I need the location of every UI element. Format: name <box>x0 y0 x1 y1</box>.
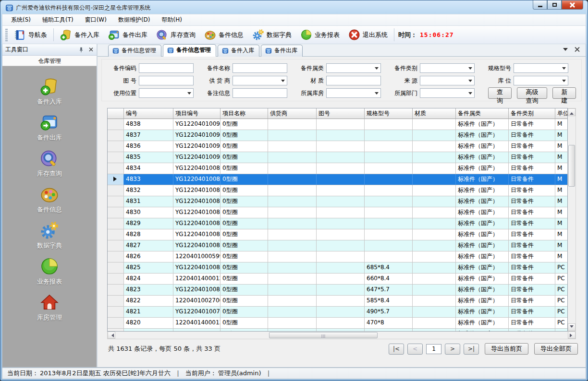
vertical-scrollbar[interactable] <box>568 108 576 332</box>
table-row[interactable]: 4828YG122040100830型圈标准件（国产）日常备件M <box>108 229 567 240</box>
table-row[interactable]: 4821YG122040100790型圈490*5.7标准件（国产）日常备件PC <box>108 307 567 318</box>
search-select-r1c5[interactable] <box>514 63 568 73</box>
pin-icon[interactable] <box>78 47 85 53</box>
advanced-query-button[interactable]: 高级查询 <box>517 87 548 99</box>
toolbar-exit-button[interactable]: 退出系统 <box>344 27 392 43</box>
column-header-6[interactable]: 规格型号 <box>365 108 413 119</box>
search-field-r3c2[interactable] <box>233 88 287 98</box>
search-select-r2c2[interactable] <box>233 76 287 85</box>
search-field-r1c2[interactable] <box>233 63 287 73</box>
table-row[interactable]: 4823YG122040100800型圈647*5.7标准件（国产）日常备件PC <box>108 285 567 296</box>
search-select-r1c4[interactable] <box>420 63 475 73</box>
column-header-9[interactable]: 备件类别 <box>509 108 555 119</box>
scroll-down-button[interactable] <box>568 323 576 331</box>
tab-4[interactable]: 备件出库 <box>261 45 303 57</box>
sidebar-item-parts-out[interactable]: 备件出库 <box>37 113 62 142</box>
table-row[interactable]: 482412204014000120型圈660*8.4标准件（国产）日常备件PC <box>108 274 567 285</box>
minimize-button[interactable] <box>533 0 547 10</box>
table-row[interactable]: 4836YG122040100910型圈标准件（国产）日常备件M <box>108 141 567 152</box>
column-header-5[interactable]: 图号 <box>317 108 365 119</box>
vertical-scroll-track[interactable] <box>568 116 576 323</box>
first-page-button[interactable]: |< <box>389 344 404 355</box>
search-select-r2c5[interactable] <box>514 76 568 85</box>
column-header-8[interactable]: 备件属类 <box>456 108 509 119</box>
column-header-4[interactable]: 供货商 <box>268 108 317 119</box>
menu-item-3[interactable]: 窗口(W) <box>79 14 112 26</box>
horizontal-scroll-thumb[interactable] <box>269 332 378 338</box>
table-row[interactable]: 482612204010005990型圈标准件（国产）日常备件M <box>108 251 567 262</box>
column-header-1[interactable]: 编号 <box>124 108 173 119</box>
table-row[interactable]: 482012204014000130型圈470*8标准件（国产）日常备件PC <box>108 318 567 329</box>
search-select-r3c3[interactable] <box>326 88 381 98</box>
tab-2[interactable]: 备件信息管理 <box>163 44 216 57</box>
tab-1[interactable]: 备件信息管理 <box>108 45 161 57</box>
table-row[interactable]: 4825YG122040100810型圈685*8.4标准件（国产）日常备件PC <box>108 262 567 274</box>
cell <box>413 296 456 307</box>
page-number-input[interactable] <box>426 344 441 354</box>
sidebar-item-parts-info[interactable]: 备件信息 <box>37 185 62 214</box>
scroll-right-button[interactable] <box>568 332 576 339</box>
menu-item-2[interactable]: 辅助工具(T) <box>37 14 79 26</box>
search-select-r2c4[interactable] <box>420 76 475 85</box>
next-page-button[interactable]: > <box>445 344 460 355</box>
close-button[interactable] <box>562 0 583 10</box>
scroll-up-button[interactable] <box>568 108 576 116</box>
column-header-10[interactable]: 单位 <box>555 108 568 119</box>
column-header-7[interactable]: 材质 <box>413 108 456 119</box>
toolbar-book-button[interactable]: 导航条 <box>10 27 51 43</box>
horizontal-scrollbar[interactable] <box>107 332 576 339</box>
sidebar-item-data-dict[interactable]: 数据字典 <box>37 221 62 250</box>
scroll-left-button[interactable] <box>108 332 115 339</box>
sidebar-item-report[interactable]: 业务报表 <box>37 257 62 286</box>
toolbar-report-button[interactable]: 业务报表 <box>296 27 344 43</box>
table-row[interactable]: 4833YG122040100880型圈标准件（国产）日常备件M <box>108 174 567 185</box>
last-page-button[interactable]: >| <box>464 344 479 355</box>
horizontal-scroll-track[interactable] <box>115 332 568 339</box>
export-all-pages-button[interactable]: 导出全部页 <box>534 343 578 355</box>
cell: YG12204010080 <box>173 285 220 296</box>
table-row[interactable]: 4831YG122040100860型圈标准件（国产）日常备件M <box>108 196 567 207</box>
menu-item-4[interactable]: 数据维护(D) <box>112 14 156 26</box>
search-select-r3c1[interactable] <box>139 88 194 98</box>
cell <box>413 285 456 296</box>
search-select-r1c3[interactable] <box>326 63 381 73</box>
toolbar-data-dict-button[interactable]: 数据字典 <box>248 27 296 43</box>
new-button[interactable]: 新建 <box>552 87 576 99</box>
table-row[interactable]: 4835YG122040100900型圈标准件（国产）日常备件M <box>108 152 567 163</box>
maximize-button[interactable] <box>547 0 562 10</box>
search-field-r2c1[interactable] <box>139 76 194 85</box>
sidebar-close-icon[interactable] <box>89 48 93 52</box>
table-row[interactable]: 4829YG122040100840型圈标准件（国产）日常备件M <box>108 218 567 229</box>
table-row[interactable]: 4832YG122040100870型圈标准件（国产）日常备件M <box>108 185 567 196</box>
search-field-r2c3[interactable] <box>326 76 381 85</box>
table-row[interactable]: 4838YG122040100930型圈标准件（国产）日常备件M <box>108 119 567 130</box>
sidebar-item-house[interactable]: 库房管理 <box>37 293 62 322</box>
table-row[interactable]: 4830YG122040100850型圈标准件（国产）日常备件M <box>108 207 567 218</box>
table-row[interactable]: 4827YG122040100820型圈标准件（国产）日常备件M <box>108 240 567 251</box>
toolbar-parts-out-button[interactable]: 备件出库 <box>104 27 152 43</box>
data-dict-icon <box>252 29 264 41</box>
table-row[interactable]: 4837YG122040100920型圈标准件（国产）日常备件M <box>108 130 567 141</box>
export-current-page-button[interactable]: 导出当前页 <box>485 343 528 355</box>
table-row[interactable]: 482212204010027000型圈585*8.4标准件（国产）日常备件PC <box>108 296 567 307</box>
sidebar-item-stock-query[interactable]: 库存查询 <box>37 149 62 178</box>
column-header-3[interactable]: 项目名称 <box>220 108 268 119</box>
tab-3[interactable]: 备件入库 <box>218 45 259 57</box>
toolbar-parts-info-button[interactable]: 备件信息 <box>200 27 248 43</box>
toolbar-parts-in-button[interactable]: 备件入库 <box>56 27 104 43</box>
menu-item-5[interactable]: 帮助(H) <box>156 14 188 26</box>
cell <box>317 163 365 174</box>
vertical-scroll-thumb[interactable] <box>568 145 575 186</box>
tab-close-icon[interactable] <box>575 47 580 52</box>
column-header-2[interactable]: 项目编号 <box>173 108 220 119</box>
toolbar-stock-query-button[interactable]: 库存查询 <box>152 27 200 43</box>
tab-list-chevron-down-icon[interactable] <box>563 48 568 53</box>
search-select-r3c4[interactable] <box>420 88 475 98</box>
menu-item-1[interactable]: 系统(S) <box>5 14 37 26</box>
sidebar-item-parts-in[interactable]: 备件入库 <box>37 77 62 106</box>
search-field-r1c1[interactable] <box>139 63 194 73</box>
main-area: 工具窗口 仓库管理 备件入库备件出库库存查询备件信息数据字典业务报表库房管理 备… <box>2 44 586 368</box>
table-row[interactable]: 4834YG122040100890型圈标准件（国产）日常备件M <box>108 163 567 174</box>
prev-page-button[interactable]: < <box>407 344 423 355</box>
query-button[interactable]: 查询 <box>488 87 512 99</box>
